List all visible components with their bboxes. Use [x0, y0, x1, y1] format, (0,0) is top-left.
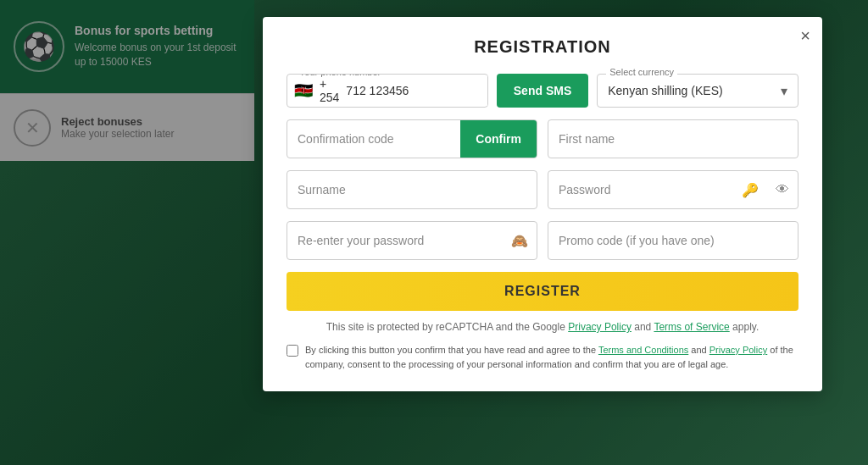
recaptcha-notice: This site is protected by reCAPTCHA and … [287, 321, 798, 333]
close-button[interactable]: × [800, 27, 810, 44]
modal-title: REGISTRATION [287, 37, 798, 57]
promo-code-input[interactable] [548, 222, 798, 259]
first-name-field [548, 119, 798, 158]
terms-of-service-link[interactable]: Terms of Service [654, 321, 729, 333]
privacy-policy-link2[interactable]: Privacy Policy [709, 345, 767, 355]
surname-input[interactable] [287, 171, 537, 208]
password-field: 🔑 👁 [548, 170, 798, 209]
register-button[interactable]: REGISTER [287, 272, 798, 311]
privacy-policy-link[interactable]: Privacy Policy [568, 321, 632, 333]
confirmation-code-field: Confirm [287, 119, 537, 158]
first-name-input[interactable] [548, 120, 798, 158]
flag-icon: 🇰🇪 [287, 75, 320, 107]
password-input[interactable] [548, 171, 733, 208]
registration-modal: × REGISTRATION Your phone number 🇰🇪 + 25… [263, 17, 822, 391]
re-enter-password-field: 🙈 [287, 221, 537, 260]
surname-field [287, 170, 537, 209]
eye-icon[interactable]: 👁 [767, 182, 798, 197]
key-icon: 🔑 [733, 182, 767, 198]
eye-slash-icon[interactable]: 🙈 [503, 233, 537, 249]
send-sms-button[interactable]: Send SMS [497, 74, 588, 108]
confirmation-firstname-row: Confirm [287, 119, 798, 158]
currency-label: Select currency [606, 67, 677, 77]
confirm-button[interactable]: Confirm [460, 120, 537, 158]
surname-password-row: 🔑 👁 [287, 170, 798, 209]
phone-group: Your phone number 🇰🇪 + 254 [287, 74, 488, 108]
terms-text: By clicking this button you confirm that… [305, 343, 798, 371]
currency-select[interactable]: Kenyan shilling (KES) US Dollar (USD) Eu… [598, 75, 798, 106]
confirmation-code-input[interactable] [287, 120, 460, 158]
phone-label: Your phone number [296, 74, 384, 77]
promo-code-field [548, 221, 798, 260]
phone-input[interactable] [342, 75, 487, 106]
phone-prefix: + 254 [320, 77, 342, 104]
re-enter-password-input[interactable] [287, 222, 503, 259]
currency-group: Select currency Kenyan shilling (KES) US… [597, 74, 798, 108]
phone-currency-row: Your phone number 🇰🇪 + 254 Send SMS Sele… [287, 74, 798, 108]
terms-row: By clicking this button you confirm that… [287, 343, 798, 371]
terms-conditions-link[interactable]: Terms and Conditions [598, 345, 688, 355]
repassword-promo-row: 🙈 [287, 221, 798, 260]
terms-checkbox[interactable] [287, 345, 298, 357]
